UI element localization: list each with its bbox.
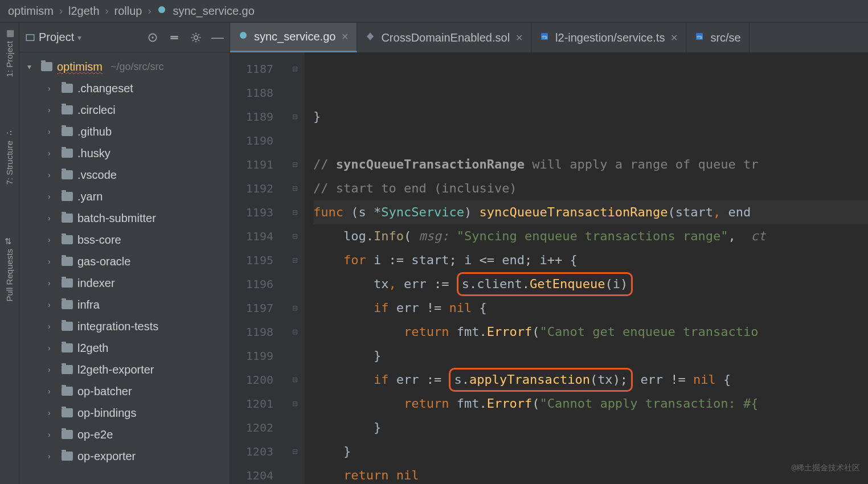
select-opened-file-icon[interactable] (146, 31, 159, 44)
fold-marker[interactable]: ⊟ (285, 296, 305, 320)
code-line[interactable] (313, 129, 868, 153)
code-line[interactable]: } (313, 105, 868, 129)
fold-marker[interactable] (285, 464, 305, 484)
breadcrumb-item[interactable]: l2geth (68, 5, 100, 18)
close-icon[interactable]: ✕ (341, 31, 349, 42)
fold-marker[interactable]: ⊟ (285, 105, 305, 129)
tree-item[interactable]: › .github (19, 121, 230, 142)
tree-root[interactable]: ▾ optimism ~/go/src/src (19, 56, 230, 77)
line-number[interactable]: 1189 (230, 105, 285, 129)
code-line[interactable]: } (313, 440, 868, 464)
line-number[interactable]: 1194 (230, 224, 285, 248)
fold-marker[interactable] (285, 344, 305, 368)
fold-marker[interactable]: ⊟ (285, 248, 305, 272)
line-number[interactable]: 1195 (230, 248, 285, 272)
tree-item[interactable]: › .yarn (19, 186, 230, 207)
fold-marker[interactable]: ⊟ (285, 368, 305, 392)
line-number[interactable]: 1197 (230, 296, 285, 320)
close-icon[interactable]: ✕ (670, 32, 678, 43)
tool-project[interactable]: 1: Project ▦ (5, 28, 14, 77)
line-number[interactable]: 1200 (230, 368, 285, 392)
tree-item[interactable]: › .changeset (19, 77, 230, 99)
code-content[interactable]: } // syncQueueTransactionRange will appl… (305, 52, 868, 484)
tree-item[interactable]: › l2geth-exporter (19, 359, 230, 380)
code-line[interactable]: tx, err := s.client.GetEnqueue(i) (313, 272, 868, 296)
line-number[interactable]: 1203 (230, 440, 285, 464)
hide-icon[interactable]: — (211, 31, 224, 44)
line-number[interactable]: 1188 (230, 81, 285, 105)
fold-marker[interactable]: ⊟ (285, 392, 305, 416)
line-number[interactable]: 1193 (230, 200, 285, 224)
code-line[interactable]: if err := s.applyTransaction(tx); err !=… (313, 368, 868, 392)
fold-marker[interactable]: ⊟ (285, 153, 305, 177)
line-number[interactable]: 1198 (230, 320, 285, 344)
tree-item[interactable]: › .vscode (19, 164, 230, 186)
tree-item[interactable]: › .circleci (19, 99, 230, 121)
tree-item[interactable]: › indexer (19, 272, 230, 294)
breadcrumb-item[interactable]: rollup (114, 5, 142, 18)
fold-marker[interactable]: ⊟ (285, 440, 305, 464)
tree-item[interactable]: › op-e2e (19, 424, 230, 445)
expand-all-icon[interactable] (168, 31, 181, 44)
tree-item[interactable]: › batch-submitter (19, 207, 230, 229)
line-number[interactable]: 1196 (230, 272, 285, 296)
fold-marker[interactable] (285, 81, 305, 105)
line-number[interactable]: 1204 (230, 464, 285, 484)
fold-marker[interactable]: ⊟ (285, 224, 305, 248)
line-number[interactable]: 1191 (230, 153, 285, 177)
editor-tab[interactable]: TS src/se (686, 23, 749, 52)
fold-marker[interactable] (285, 129, 305, 153)
editor-tab[interactable]: CrossDomainEnabled.sol ✕ (357, 23, 531, 52)
chevron-right-icon: › (48, 430, 57, 439)
editor-tab[interactable]: TS l2-ingestion/service.ts ✕ (531, 23, 686, 52)
code-line[interactable]: func (s *SyncService) syncQueueTransacti… (313, 200, 868, 224)
breadcrumb-file[interactable]: sync_service.go (173, 5, 254, 18)
code-line[interactable]: } (313, 344, 868, 368)
breadcrumb-item[interactable]: optimism (8, 5, 54, 18)
tool-pull-requests[interactable]: Pull Requests ⇅ (5, 236, 14, 302)
line-number[interactable]: 1192 (230, 177, 285, 200)
tree-item[interactable]: › bss-core (19, 229, 230, 251)
close-icon[interactable]: ✕ (515, 32, 523, 43)
fold-marker[interactable]: ⊟ (285, 57, 305, 81)
line-number[interactable]: 1201 (230, 392, 285, 416)
fold-marker[interactable]: ⊟ (285, 177, 305, 200)
code-line[interactable]: } (313, 416, 868, 440)
tree-item[interactable]: › integration-tests (19, 315, 230, 337)
line-number[interactable]: 1202 (230, 416, 285, 440)
fold-marker[interactable]: ⊟ (285, 200, 305, 224)
chevron-right-icon: › (59, 5, 63, 17)
tree-item[interactable]: › op-bindings (19, 402, 230, 424)
code-line[interactable]: return nil (313, 464, 868, 484)
tree-item[interactable]: › l2geth (19, 337, 230, 359)
folder-icon (62, 192, 73, 201)
fold-marker[interactable] (285, 416, 305, 440)
fold-marker[interactable]: ⊟ (285, 320, 305, 344)
fold-marker[interactable] (285, 272, 305, 296)
line-number[interactable]: 1199 (230, 344, 285, 368)
gear-icon[interactable] (190, 31, 202, 44)
tree-item[interactable]: › .husky (19, 142, 230, 164)
tree-item[interactable]: › op-exporter (19, 445, 230, 467)
fold-gutter[interactable]: ⊟⊟⊟⊟⊟⊟⊟⊟⊟⊟⊟⊟ (285, 52, 305, 484)
chevron-right-icon: › (48, 300, 57, 309)
line-number-gutter[interactable]: 1187118811891190119111921193119411951196… (230, 52, 285, 484)
chevron-right-icon: › (48, 84, 57, 93)
line-number[interactable]: 1190 (230, 129, 285, 153)
code-line[interactable]: for i := start; i <= end; i++ { (313, 248, 868, 272)
code-line[interactable]: log.Info( msg: "Syncing enqueue transact… (313, 224, 868, 248)
code-line[interactable]: // start to end (inclusive) (313, 177, 868, 200)
tab-label: src/se (710, 31, 740, 44)
project-tree[interactable]: ▾ optimism ~/go/src/src › .changeset› .c… (19, 52, 230, 470)
line-number[interactable]: 1187 (230, 57, 285, 81)
code-line[interactable]: // syncQueueTransactionRange will apply … (313, 153, 868, 177)
tool-structure[interactable]: 7: Structure ⛬ (5, 128, 14, 185)
code-line[interactable]: return fmt.Errorf("Cannot apply transact… (313, 392, 868, 416)
tree-item[interactable]: › gas-oracle (19, 251, 230, 272)
sidebar-title[interactable]: Project ▾ (25, 31, 81, 44)
tree-item[interactable]: › infra (19, 294, 230, 315)
code-line[interactable]: return fmt.Errorf("Canot get enqueue tra… (313, 320, 868, 344)
tree-item[interactable]: › op-batcher (19, 380, 230, 402)
code-line[interactable]: if err != nil { (313, 296, 868, 320)
editor-tab[interactable]: sync_service.go ✕ (230, 23, 357, 52)
